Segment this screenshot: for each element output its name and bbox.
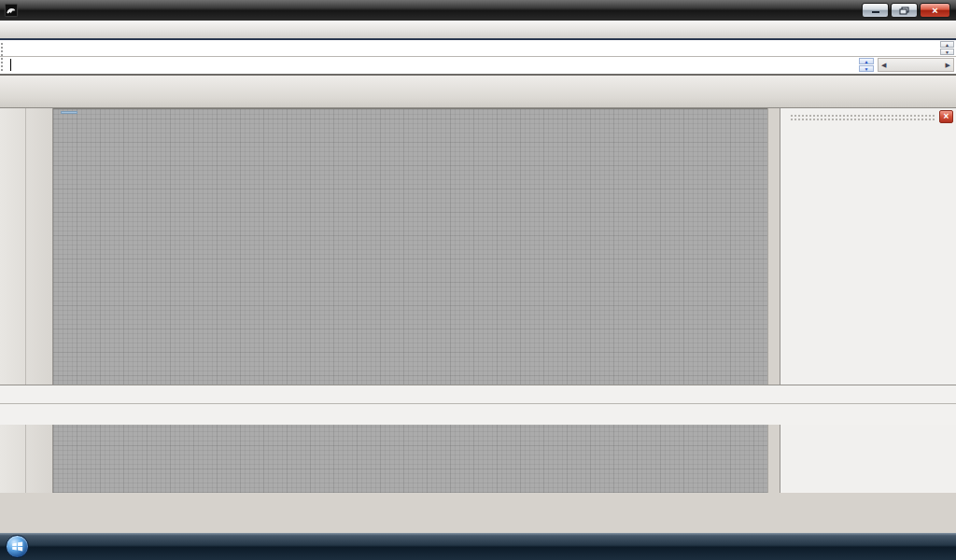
scroll-down-icon[interactable]: ▼ <box>940 49 954 55</box>
command-line[interactable]: ▲▼ ◀▶ <box>0 57 956 73</box>
viewport-title-tab[interactable] <box>61 111 77 114</box>
command-scroll-strip[interactable]: ◀▶ <box>878 58 954 72</box>
rhino-logo-icon <box>4 3 19 18</box>
main-toolbar <box>0 76 956 108</box>
side-toolbar <box>0 108 53 493</box>
properties-grip[interactable] <box>790 114 935 120</box>
properties-panel: × <box>780 108 956 493</box>
command-panel: ▲▼ ▲▼ ◀▶ <box>0 40 956 76</box>
minimize-button[interactable] <box>862 3 889 18</box>
history-scrollbar[interactable]: ▲▼ <box>940 41 954 55</box>
close-button[interactable]: × <box>920 3 950 18</box>
menu-bar <box>0 21 956 40</box>
wireframe-model <box>53 109 767 493</box>
properties-close-icon[interactable]: × <box>939 110 953 123</box>
properties-header: × <box>780 108 956 125</box>
scroll-left-icon[interactable]: ◀ <box>881 62 886 69</box>
viewport-frontal[interactable] <box>53 108 767 493</box>
panel-divider <box>767 108 780 493</box>
spin-down-icon[interactable]: ▼ <box>859 65 874 72</box>
scroll-right-icon[interactable]: ▶ <box>946 62 950 69</box>
osnap-bar <box>0 385 956 403</box>
scroll-up-icon[interactable]: ▲ <box>940 41 954 48</box>
spin-up-icon[interactable]: ▲ <box>859 58 874 64</box>
text-caret <box>10 59 11 71</box>
side-toolbar-right-column <box>26 108 52 493</box>
command-history[interactable]: ▲▼ <box>0 40 956 57</box>
window-controls: × <box>862 3 952 18</box>
side-toolbar-left-column <box>0 108 26 493</box>
taskbar <box>0 533 956 560</box>
command-spinner[interactable]: ▲▼ <box>859 58 874 72</box>
main-area: × <box>0 108 956 493</box>
status-bar <box>0 403 956 425</box>
rhino-application-window: × ▲▼ ▲▼ ◀▶ × <box>0 0 956 560</box>
title-bar: × <box>0 0 956 21</box>
restore-button[interactable] <box>891 3 918 18</box>
start-button[interactable] <box>6 535 29 558</box>
